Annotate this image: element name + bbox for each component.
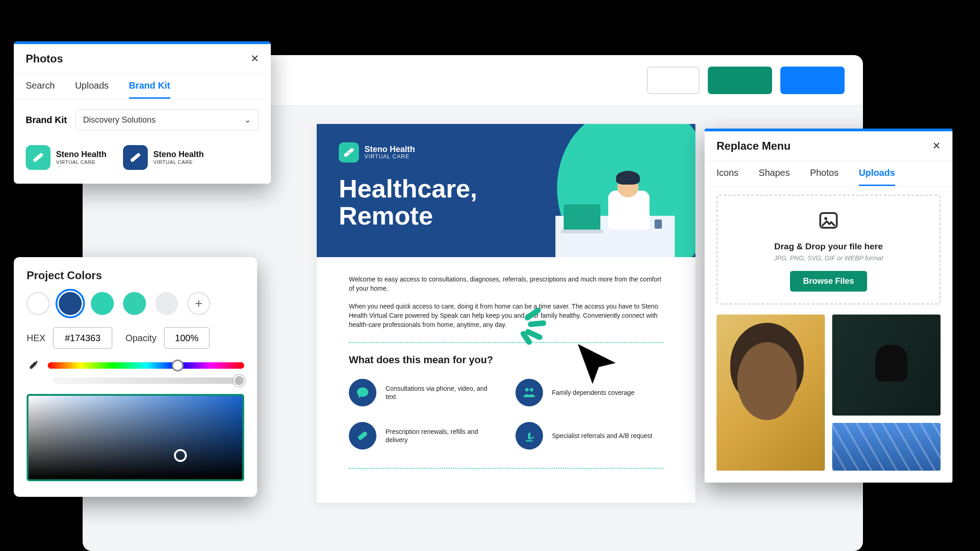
- svg-rect-7: [130, 152, 141, 163]
- svg-rect-5: [357, 431, 368, 441]
- svg-point-4: [530, 388, 533, 392]
- flyer-title-line1: Healthcare,: [339, 174, 477, 203]
- tab-brand-kit[interactable]: Brand Kit: [129, 80, 170, 99]
- tab-shapes[interactable]: Shapes: [759, 168, 790, 186]
- chevron-down-icon: ⌄: [244, 115, 251, 125]
- opacity-label: Opacity: [125, 333, 157, 343]
- cursor-icon: [571, 340, 622, 392]
- tab-photos[interactable]: Photos: [810, 168, 839, 186]
- svg-point-2: [349, 152, 351, 153]
- hue-thumb[interactable]: [172, 360, 184, 371]
- color-swatch[interactable]: [123, 292, 146, 315]
- add-color-button[interactable]: +: [187, 292, 210, 315]
- color-swatch[interactable]: [59, 292, 82, 315]
- tab-uploads[interactable]: Uploads: [75, 80, 108, 99]
- flyer-body: Welcome to easy access to consultations,…: [317, 257, 695, 503]
- svg-rect-0: [343, 147, 354, 157]
- color-swatch[interactable]: [91, 292, 114, 315]
- brand-sub: VIRTUAL CARE: [153, 159, 204, 165]
- opacity-thumb[interactable]: [233, 375, 245, 387]
- feature-text: Specialist referrals and A/B request: [552, 432, 653, 440]
- flyer-logo: Steno Health VIRTUAL CARE: [339, 142, 673, 163]
- bandaid-icon: [26, 145, 50, 170]
- feature-item: Prescription renewals, refills and deliv…: [349, 422, 497, 450]
- project-colors-panel: Project Colors + HEX Opacity: [14, 257, 257, 497]
- microscope-icon: [515, 422, 543, 450]
- image-icon: [818, 209, 840, 231]
- dropzone-subtitle: JPG, PNG, SVG, GIF or WEBP format: [727, 254, 930, 262]
- hex-input[interactable]: [53, 327, 112, 349]
- saturation-thumb[interactable]: [174, 449, 187, 462]
- opacity-slider[interactable]: [52, 377, 244, 384]
- flyer-para-2: When you need quick access to care, doin…: [349, 302, 663, 330]
- flyer-logo-name: Steno Health: [364, 145, 415, 154]
- tab-search[interactable]: Search: [26, 80, 55, 99]
- brand-name: Steno Health: [56, 150, 106, 159]
- brand-sub: VIRTUAL CARE: [56, 159, 106, 165]
- accent-strokes: [528, 310, 546, 346]
- doctor-illustration: [555, 170, 675, 257]
- flyer-para-1: Welcome to easy access to consultations,…: [349, 275, 663, 293]
- close-icon[interactable]: ✕: [932, 140, 941, 152]
- browse-files-button[interactable]: Browse Files: [790, 271, 867, 292]
- replace-menu-panel: Replace Menu ✕ Icons Shapes Photos Uploa…: [705, 129, 952, 483]
- upload-dropzone[interactable]: Drag & Drop your file here JPG, PNG, SVG…: [717, 195, 941, 304]
- brand-logo-teal[interactable]: Steno Health VIRTUAL CARE: [26, 145, 106, 170]
- hex-label: HEX: [27, 333, 45, 343]
- saturation-box[interactable]: [27, 394, 244, 481]
- topbar-button-primary-blue[interactable]: [780, 67, 845, 94]
- opacity-input[interactable]: [164, 327, 210, 349]
- photos-tabs: Search Uploads Brand Kit: [14, 74, 271, 99]
- hue-slider[interactable]: [48, 362, 244, 369]
- feature-text: Prescription renewals, refills and deliv…: [386, 427, 497, 445]
- pill-icon: [349, 422, 376, 450]
- feature-text: Consultations via phone, video, and text: [386, 384, 497, 402]
- svg-point-3: [525, 388, 529, 392]
- family-icon: [515, 379, 543, 406]
- tab-icons[interactable]: Icons: [717, 168, 739, 186]
- feature-item: Consultations via phone, video, and text: [349, 379, 497, 406]
- thumbnail-image[interactable]: [717, 315, 825, 471]
- svg-rect-6: [33, 152, 44, 163]
- photos-panel-title: Photos: [26, 52, 63, 65]
- thumbnail-image[interactable]: [832, 423, 941, 471]
- replace-menu-title: Replace Menu: [717, 140, 790, 152]
- flyer-title-line2: Remote: [339, 201, 433, 230]
- brand-kit-selected: Discovery Solutions: [83, 115, 156, 125]
- bandaid-icon: [339, 142, 359, 163]
- color-swatch[interactable]: [27, 292, 50, 315]
- close-icon[interactable]: ✕: [251, 53, 259, 65]
- replace-tabs: Icons Shapes Photos Uploads: [705, 161, 952, 186]
- topbar-button-outline[interactable]: [647, 67, 700, 94]
- project-colors-title: Project Colors: [27, 269, 244, 282]
- dropzone-title: Drag & Drop your file here: [727, 242, 930, 252]
- brand-logo-navy[interactable]: Steno Health VIRTUAL CARE: [123, 145, 204, 170]
- brand-name: Steno Health: [153, 150, 204, 159]
- eyedropper-icon[interactable]: [27, 359, 39, 372]
- flyer-logo-sub: VIRTUAL CARE: [364, 154, 415, 160]
- flyer-document[interactable]: Steno Health VIRTUAL CARE Healthcare, Re…: [317, 124, 695, 503]
- brand-kit-select[interactable]: Discovery Solutions ⌄: [75, 109, 259, 130]
- color-swatches: +: [27, 292, 244, 315]
- feature-item: Specialist referrals and A/B request: [515, 422, 664, 450]
- chat-icon: [349, 379, 376, 406]
- svg-point-9: [824, 217, 827, 220]
- topbar-button-primary-green[interactable]: [708, 67, 772, 94]
- color-swatch[interactable]: [155, 292, 178, 315]
- dotted-divider: [349, 468, 663, 469]
- tab-uploads[interactable]: Uploads: [859, 168, 895, 186]
- bandaid-icon: [123, 145, 148, 170]
- svg-point-1: [347, 152, 348, 153]
- photos-panel: Photos ✕ Search Uploads Brand Kit Brand …: [14, 41, 271, 184]
- brand-kit-label: Brand Kit: [26, 115, 67, 125]
- thumbnail-image[interactable]: [832, 315, 941, 416]
- flyer-hero: Steno Health VIRTUAL CARE Healthcare, Re…: [317, 124, 695, 257]
- upload-thumbnails: [705, 315, 952, 483]
